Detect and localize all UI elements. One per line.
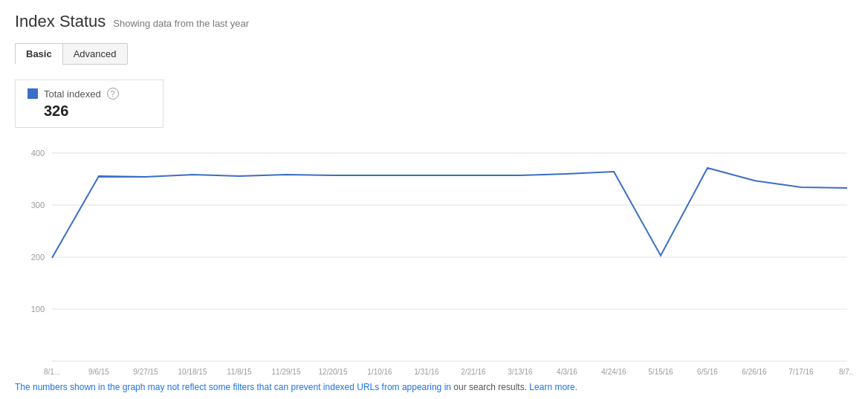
tab-bar: Basic Advanced xyxy=(15,43,853,65)
chart-area: 400 300 200 100 8/1... 9/6/15 9/27/15 10… xyxy=(15,138,853,376)
svg-text:1/31/16: 1/31/16 xyxy=(414,368,439,376)
svg-text:1/10/16: 1/10/16 xyxy=(367,368,392,376)
page-title: Index Status xyxy=(15,12,106,31)
svg-text:4/24/16: 4/24/16 xyxy=(601,368,626,376)
svg-text:6/5/16: 6/5/16 xyxy=(697,368,718,376)
tab-advanced[interactable]: Advanced xyxy=(62,43,128,65)
svg-text:12/20/15: 12/20/15 xyxy=(319,368,348,376)
chart-svg: 400 300 200 100 8/1... 9/6/15 9/27/15 10… xyxy=(15,138,853,376)
svg-text:400: 400 xyxy=(31,149,45,158)
svg-text:11/8/15: 11/8/15 xyxy=(227,368,252,376)
footnote-text-2: our search results. xyxy=(453,382,529,392)
svg-text:7/17/16: 7/17/16 xyxy=(788,368,814,376)
svg-text:6/26/16: 6/26/16 xyxy=(742,368,767,376)
svg-text:3/13/16: 3/13/16 xyxy=(508,368,533,376)
svg-text:2/21/16: 2/21/16 xyxy=(461,368,486,376)
svg-text:9/6/15: 9/6/15 xyxy=(88,368,109,376)
svg-text:10/18/15: 10/18/15 xyxy=(178,368,207,376)
tab-basic[interactable]: Basic xyxy=(15,43,62,65)
svg-text:300: 300 xyxy=(31,201,45,210)
footnote: The numbers shown in the graph may not r… xyxy=(15,382,853,392)
legend-item-total-indexed: Total indexed ? xyxy=(27,88,151,100)
legend-label: Total indexed xyxy=(44,88,101,100)
svg-text:200: 200 xyxy=(31,253,45,262)
footnote-text: The numbers shown in the graph may not r… xyxy=(15,382,451,392)
svg-text:100: 100 xyxy=(31,305,45,314)
help-icon[interactable]: ? xyxy=(107,88,119,100)
svg-text:11/29/15: 11/29/15 xyxy=(272,368,301,376)
legend-value: 326 xyxy=(44,103,151,120)
svg-text:9/27/15: 9/27/15 xyxy=(133,368,158,376)
page-subtitle: Showing data from the last year xyxy=(113,18,249,29)
svg-text:4/3/16: 4/3/16 xyxy=(557,368,577,376)
chart-line xyxy=(52,168,847,258)
svg-text:8/1...: 8/1... xyxy=(44,368,60,376)
legend-box: Total indexed ? 326 xyxy=(15,80,163,128)
svg-text:5/15/16: 5/15/16 xyxy=(648,368,673,376)
learn-more-link[interactable]: Learn more. xyxy=(529,382,577,392)
svg-text:8/7...: 8/7... xyxy=(839,368,853,376)
legend-color-indicator xyxy=(27,88,38,99)
